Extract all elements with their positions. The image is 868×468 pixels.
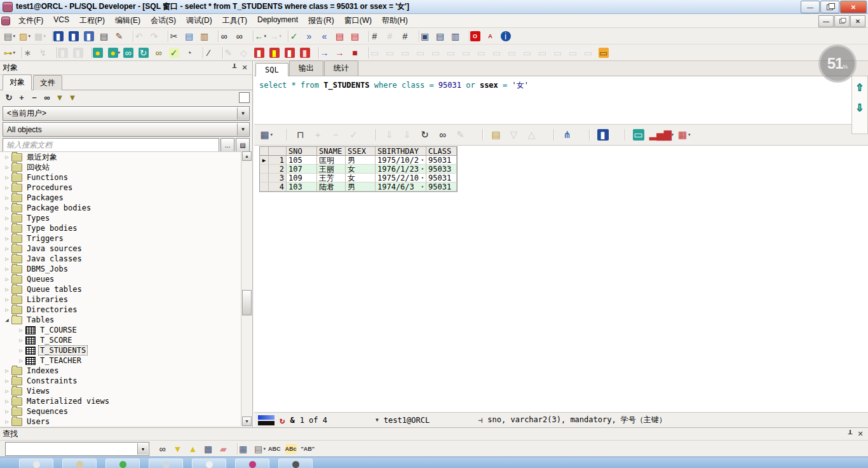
- chevron-down-icon[interactable]: ▾: [421, 182, 424, 191]
- row-number-cell[interactable]: 3: [269, 174, 287, 182]
- expander-icon[interactable]: ▷: [3, 235, 11, 242]
- column-header[interactable]: SSEX: [346, 147, 376, 156]
- wrench-icon[interactable]: ∕: [203, 46, 219, 60]
- tree-item-recycle[interactable]: ▷ 回收站: [0, 162, 241, 172]
- save-results-icon[interactable]: ▮: [596, 127, 614, 143]
- acrobat-icon[interactable]: A: [485, 29, 500, 43]
- expander-icon[interactable]: ▷: [3, 378, 11, 384]
- table-row[interactable]: 3 109 王芳 女 1975/2/10▾ 95031: [260, 174, 457, 182]
- expander-icon[interactable]: ▷: [3, 398, 11, 404]
- expander-icon[interactable]: ▷: [3, 408, 11, 415]
- next-statement-icon[interactable]: ⇩: [856, 102, 864, 113]
- tree-item-indexes[interactable]: ▷ Indexes: [0, 366, 241, 376]
- debug-step-10-icon[interactable]: ▭: [506, 46, 522, 60]
- doc-red-icon[interactable]: ▤: [349, 29, 365, 43]
- cascade-windows-icon[interactable]: ▣: [419, 29, 435, 43]
- expander-icon[interactable]: ▷: [3, 205, 11, 211]
- cell-ssex[interactable]: 女: [346, 174, 376, 182]
- save-all-icon[interactable]: ▮: [83, 29, 98, 43]
- fetch-next-icon[interactable]: ⇓: [383, 127, 400, 143]
- tree-item-materialized-views[interactable]: ▷ Materialized views: [0, 396, 241, 406]
- expander-icon[interactable]: ▷: [3, 215, 11, 221]
- table-row[interactable]: ▶ 1 105 匡明 男 1975/10/2▾ 95031: [260, 156, 457, 165]
- expander-icon[interactable]: ▷: [3, 306, 11, 313]
- search-input[interactable]: 输入搜索文档: [3, 138, 219, 152]
- history-icon[interactable]: ◔: [184, 46, 199, 60]
- close-button[interactable]: ✕: [840, 1, 867, 13]
- window-list-icon[interactable]: ▤: [435, 29, 450, 43]
- close-panel-icon[interactable]: ✕: [240, 64, 250, 72]
- tab-objects[interactable]: 对象: [3, 74, 32, 90]
- mdi-minimize-button[interactable]: —: [818, 15, 834, 27]
- tree-item-packages[interactable]: ▷ Packages: [0, 193, 241, 203]
- cell-sno[interactable]: 107: [287, 165, 317, 174]
- taskbar-app-5[interactable]: [192, 458, 226, 468]
- expander-icon[interactable]: ◢: [3, 317, 11, 323]
- cell-class[interactable]: 95031: [426, 182, 457, 191]
- column-header[interactable]: SBIRTHDAY: [376, 147, 426, 156]
- break-db-icon[interactable]: ▮: [269, 46, 284, 60]
- tab-output[interactable]: 输出: [289, 60, 323, 76]
- open-icon[interactable]: ▨▾: [18, 29, 33, 43]
- column-header[interactable]: SNO: [287, 147, 317, 156]
- edit-cell-icon[interactable]: ✎: [454, 127, 471, 143]
- debug-step-8-icon[interactable]: ▭: [476, 46, 491, 60]
- cell-ssex[interactable]: 男: [346, 182, 376, 191]
- cell-class[interactable]: 95033: [426, 165, 457, 174]
- syntax-check-icon[interactable]: ✓: [288, 29, 304, 43]
- cell-sname[interactable]: 王芳: [317, 174, 346, 182]
- search-more-button[interactable]: ...: [220, 138, 234, 152]
- compile-icon[interactable]: #: [369, 29, 384, 43]
- tree-item-triggers[interactable]: ▷ Triggers: [0, 233, 241, 244]
- cell-class[interactable]: 95031: [426, 174, 457, 182]
- clear-icon[interactable]: ▰: [218, 442, 233, 456]
- cell-sbirthday[interactable]: 1975/2/10▾: [376, 174, 426, 182]
- taskbar-app-1[interactable]: [19, 458, 53, 468]
- chevron-down-icon[interactable]: ▾: [421, 174, 424, 182]
- debug-step-12-icon[interactable]: ▭: [537, 46, 552, 60]
- check-list-icon[interactable]: ✓: [168, 46, 184, 60]
- tree-item-types[interactable]: ▷ Types: [0, 213, 241, 223]
- column-header[interactable]: CLASS: [426, 147, 457, 156]
- cell-sno[interactable]: 105: [287, 156, 317, 165]
- refresh-query-icon[interactable]: ↻: [418, 127, 436, 143]
- close-panel-icon[interactable]: ✕: [855, 430, 865, 439]
- debug-step-6-icon[interactable]: ▭: [445, 46, 461, 60]
- compile-debug-icon[interactable]: #: [384, 29, 400, 43]
- tree-item-users[interactable]: ▷ Users: [0, 416, 241, 426]
- page-result-icon[interactable]: ▤▾: [253, 442, 268, 456]
- tree-item-libraries[interactable]: ▷ Libraries: [0, 294, 241, 305]
- expander-icon[interactable]: ▷: [3, 225, 11, 231]
- copy-icon[interactable]: ▤: [184, 29, 199, 43]
- menu-file[interactable]: 文件(F): [13, 13, 48, 28]
- lock-icon[interactable]: ⊓: [294, 127, 311, 143]
- row-number-cell[interactable]: 2: [269, 165, 287, 174]
- expander-icon[interactable]: ▷: [3, 184, 11, 191]
- menu-vcs[interactable]: VCS: [48, 13, 74, 28]
- tree-scrollbar[interactable]: ▲ ▼: [241, 151, 252, 426]
- tab-sql[interactable]: SQL: [255, 63, 288, 76]
- mdi-close-button[interactable]: ✕: [850, 15, 865, 27]
- redo-icon[interactable]: ↷: [149, 29, 164, 43]
- save-as-icon[interactable]: ▮: [68, 29, 83, 43]
- find-grid-icon[interactable]: ∞: [436, 127, 454, 143]
- save-icon[interactable]: ▮: [53, 29, 68, 43]
- table-row[interactable]: 4 103 陆君 男 1974/6/3▾ 95031: [260, 182, 457, 191]
- table-row[interactable]: 2 107 王丽 女 1976/1/23▾ 95033: [260, 165, 457, 174]
- filter-icon[interactable]: ▼: [53, 92, 66, 104]
- sort-desc-icon[interactable]: ▽: [507, 127, 525, 143]
- debug-step-13-icon[interactable]: ▭: [552, 46, 567, 60]
- tree-item-t-score[interactable]: ▷ T_SCORE: [0, 335, 241, 345]
- auto-refresh-icon[interactable]: ↻: [280, 415, 285, 425]
- add-session-icon[interactable]: ▭: [598, 46, 613, 60]
- sql-execute-icon[interactable]: ●▾: [107, 46, 123, 60]
- object-filter-select[interactable]: All objects ▼: [3, 122, 250, 137]
- logon-key-icon[interactable]: ⊶▾: [3, 46, 18, 60]
- search-doc-button[interactable]: ▤: [236, 138, 250, 152]
- tree-item-package-bodies[interactable]: ▷ Package bodies: [0, 203, 241, 213]
- tree-item-recent[interactable]: ▷ 最近对象: [0, 152, 241, 162]
- user-filter-select[interactable]: <当前用户> ▼: [3, 106, 250, 121]
- export-db-icon[interactable]: ▭: [632, 127, 649, 143]
- taskbar-app-7[interactable]: [278, 458, 313, 468]
- chevron-down-icon[interactable]: ▼: [237, 123, 248, 135]
